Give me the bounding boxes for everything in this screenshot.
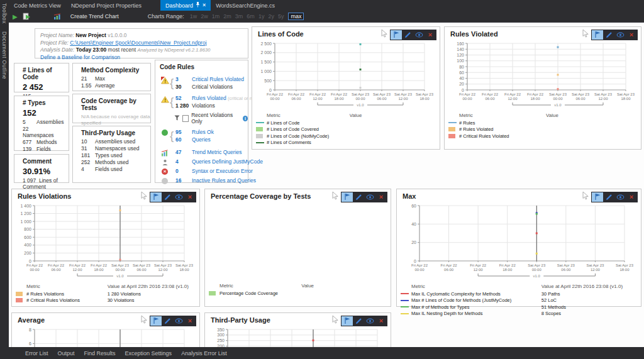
create-trend-chart-button[interactable]: Create Trend Chart [70,13,119,19]
run-analysis-icon[interactable]: ▶ [13,13,18,20]
remove-icon[interactable]: × [184,316,196,326]
define-baseline-link[interactable]: Define a Baseline for Comparison [40,54,120,60]
flag-icon[interactable] [150,192,162,202]
bottom-tab-error-list[interactable]: Error List [25,350,48,356]
recent-violations-checkbox[interactable] [182,115,189,122]
tab-ndepend-project-properties[interactable]: NDepend Project Properties [66,0,147,11]
edit-icon[interactable] [162,316,173,326]
metric-value: 252 [81,159,95,165]
svg-text:18:00: 18:00 [502,268,513,272]
flag-icon[interactable] [341,316,353,326]
remove-icon[interactable]: × [626,30,637,40]
remove-icon[interactable]: × [375,192,387,202]
side-tool-strip: Toolbox Document Outline [0,0,9,347]
range-option-max[interactable]: max [288,13,304,20]
justmycode-link[interactable]: Queries Defining JustMyCode [192,158,263,165]
queries-count[interactable]: 60 [175,136,192,144]
svg-text:1 200: 1 200 [20,211,31,216]
pin-icon[interactable] [196,2,200,9]
metric-label: Assemblies used [95,138,135,145]
remove-icon[interactable]: × [375,316,387,326]
svg-text:1 400: 1 400 [20,204,31,208]
series-swatch [256,122,267,123]
sidebar-tab-toolbox[interactable]: Toolbox [1,3,8,24]
remove-icon[interactable]: × [626,192,637,202]
analyze-files-icon[interactable] [23,13,31,20]
trend-queries-count[interactable]: 47 [175,149,192,157]
series-value: 51 Methods [541,304,637,310]
metric-title: # Types [18,96,65,108]
svg-text:0: 0 [414,259,416,263]
range-option-2y: 2y [268,13,274,19]
edit-icon[interactable] [162,192,173,202]
svg-text:8: 8 [29,328,31,332]
edit-icon[interactable] [402,30,413,40]
svg-text:Fri Apr 22: Fri Apr 22 [91,263,108,267]
edit-icon[interactable] [353,316,364,326]
project-info-panel: Project Name: New Project v1.0.0.0 Proje… [35,28,248,58]
remove-icon[interactable]: × [425,30,436,40]
bottom-tab-exception-settings[interactable]: Exception Settings [125,350,172,356]
rules-ok-count[interactable]: 95 [175,129,192,136]
hide-icon[interactable] [173,316,184,326]
inactive-icon [160,177,170,184]
svg-text:Fri Apr 22: Fri Apr 22 [470,263,487,267]
info-icon[interactable]: i [243,116,248,121]
legend-value-header: Value [301,283,387,289]
inactive-rules-link[interactable]: Inactive Rules and Queries [192,177,256,184]
tab-wordssearchengine[interactable]: WordsSearchEngine.cs [211,0,280,11]
flag-icon[interactable] [341,192,353,202]
bottom-tab-analysis-error-list[interactable]: Analysis Error List [181,350,227,356]
hide-icon[interactable] [364,192,375,202]
violations-count: 1 280 [175,102,192,110]
flag-icon[interactable] [592,192,603,202]
hide-icon[interactable] [364,316,375,326]
flag-icon[interactable] [150,316,162,326]
svg-text:v1.0: v1.0 [116,274,124,278]
legend-metric-header: Metric [219,283,301,289]
syntax-error-link[interactable]: Syntax or Execution Error [192,168,253,174]
justmycode-count[interactable]: 4 [175,158,192,166]
svg-text:18:00: 18:00 [621,97,631,101]
metric-value: 4 [81,166,95,172]
edit-icon[interactable] [603,192,614,202]
flag-icon[interactable] [391,30,402,40]
syntax-error-count[interactable]: 0 [175,168,192,175]
hide-icon[interactable] [413,30,425,40]
queries-link[interactable]: Queries [192,136,211,143]
hide-icon[interactable] [614,30,626,40]
hide-icon[interactable] [173,192,184,202]
tab-dashboard[interactable]: Dashboard × [160,0,211,11]
rules-ok-link[interactable]: Rules Ok [192,129,214,135]
metric-value: 181 [81,152,95,158]
create-trend-chart-icon[interactable] [53,13,62,20]
rules-violated-trend-chart: 020406080100120140160Fri Apr 2200:00Fri … [446,40,636,110]
edit-icon[interactable] [353,192,364,202]
tab-code-metrics-view[interactable]: Code Metrics View [9,0,66,11]
sidebar-tab-document-outline[interactable]: Document Outline [1,31,8,79]
bottom-tab-output[interactable]: Output [58,350,75,356]
critical-rules-link[interactable]: Critical Rules Violated [192,76,244,82]
flag-icon[interactable] [592,30,603,40]
bottom-tab-find-results[interactable]: Find Results [84,350,116,356]
project-file-link[interactable]: C:\Users\Engineer Spock\Documents\New_Pr… [70,40,206,46]
trend-queries-link[interactable]: Trend Metric Queries [192,149,242,155]
justmycode-row: 4Queries Defining JustMyCode [160,158,248,166]
metric-label: Methods used [95,159,128,165]
rules-violated-count[interactable]: 52 [175,95,192,102]
svg-text:160: 160 [457,41,464,46]
close-icon[interactable]: × [203,3,206,8]
hide-icon[interactable] [614,192,626,202]
metric-title: Method Complexity [77,64,147,75]
critical-rules-count[interactable]: 3 [175,76,192,84]
range-option-2w: 2w [201,13,208,19]
inactive-rules-count[interactable]: 16 [175,177,192,185]
legend-row: # Rules Violated [448,126,637,133]
edit-icon[interactable] [603,30,614,40]
svg-text:Sat Apr 23: Sat Apr 23 [617,92,635,96]
remove-icon[interactable]: × [184,192,196,202]
metric-value: 31 [81,145,95,152]
rules-violated-link[interactable]: Rules Violated [192,95,226,101]
range-option-3m: 3m [235,13,243,19]
project-file-line: Project File: C:\Users\Engineer Spock\Do… [40,40,243,47]
